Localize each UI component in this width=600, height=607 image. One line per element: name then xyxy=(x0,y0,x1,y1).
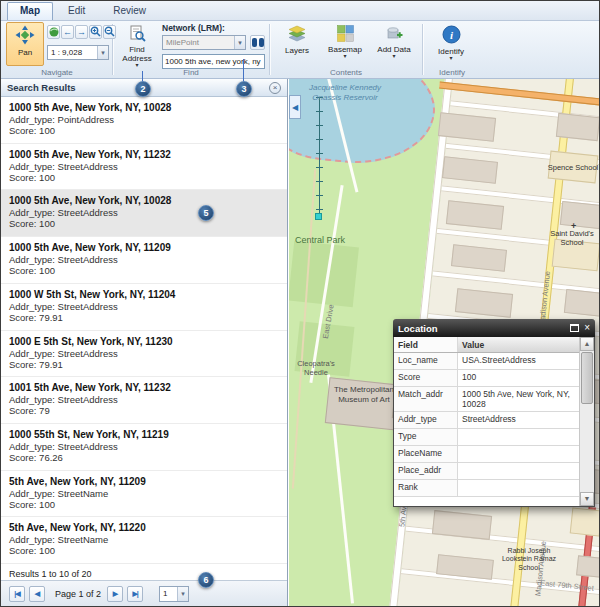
result-address: 1000 E 5th St, New York, NY, 11230 xyxy=(9,336,279,348)
network-lrm-label: Network (LRM): xyxy=(162,23,225,33)
result-address: 1000 55th St, New York, NY, 11219 xyxy=(9,429,279,441)
map-building xyxy=(560,201,600,229)
binoculars-search-button[interactable] xyxy=(250,35,265,50)
scale-combobox[interactable]: 1 : 9,028 ▾ xyxy=(47,45,109,60)
map-building xyxy=(455,288,513,318)
result-addr-type: Addr_type: StreetAddress xyxy=(9,254,279,265)
map-canvas[interactable]: Jacqueline Kennedy Onassis Reservoir Cen… xyxy=(289,79,600,606)
search-result-item[interactable]: 1000 55th St, New York, NY, 11219Addr_ty… xyxy=(1,424,287,471)
close-icon: × xyxy=(273,83,278,92)
scrollbar-thumb[interactable] xyxy=(581,352,593,404)
address-search-input[interactable] xyxy=(162,54,265,69)
group-label-identify: Identify xyxy=(424,68,480,77)
binoculars-icon xyxy=(252,38,264,47)
search-result-item[interactable]: 1001 5th Ave, New York, NY, 11232Addr_ty… xyxy=(1,377,287,424)
search-results-list: 1000 5th Ave, New York, NY, 10028Addr_ty… xyxy=(1,97,287,564)
caret-down-icon: ▾ xyxy=(234,36,245,49)
result-address: 1000 5th Ave, New York, NY, 10028 xyxy=(9,102,279,114)
group-identify: i Identify ▾ Identify xyxy=(424,21,480,78)
location-value: 1000 5th Ave, New York, NY, 10028 xyxy=(458,387,579,411)
search-result-item[interactable]: 5th Ave, New York, NY, 11220Addr_type: S… xyxy=(1,517,287,564)
value-column-header: Value xyxy=(458,337,579,352)
location-value: StreetAddress xyxy=(458,412,579,428)
scale-value: 1 : 9,028 xyxy=(51,48,97,57)
previous-page-button[interactable]: ◀ xyxy=(29,586,45,602)
location-field: Place_addr xyxy=(394,463,458,479)
popup-scrollbar[interactable]: ▲ ▼ xyxy=(579,337,594,506)
full-extent-icon xyxy=(49,23,59,41)
search-result-item[interactable]: 5th Ave, New York, NY, 11209Addr_type: S… xyxy=(1,471,287,518)
search-result-item[interactable]: 1000 5th Ave, New York, NY, 10028Addr_ty… xyxy=(1,97,287,144)
maximize-icon[interactable] xyxy=(570,324,579,332)
find-address-icon xyxy=(129,25,146,44)
network-combobox[interactable]: MilePoint ▾ xyxy=(162,35,246,50)
location-row: Addr_typeStreetAddress xyxy=(394,412,579,429)
location-row: Rank xyxy=(394,480,579,497)
group-separator xyxy=(269,24,270,75)
group-find: Find Address ▾ Network (LRM): MilePoint … xyxy=(114,21,268,78)
result-address: 1000 5th Ave, New York, NY, 10028 xyxy=(9,195,279,207)
find-address-button[interactable]: Find Address ▾ xyxy=(116,22,158,70)
result-addr-type: Addr_type: PointAddress xyxy=(9,114,279,125)
basemap-button[interactable]: Basemap ▾ xyxy=(323,22,367,70)
result-addr-type: Addr_type: StreetAddress xyxy=(9,441,279,452)
location-table-header: Field Value xyxy=(394,337,579,353)
location-popup-title: Location xyxy=(398,323,570,334)
map-building xyxy=(564,289,600,317)
zoom-in-button[interactable] xyxy=(89,25,102,39)
scroll-down-icon[interactable]: ▼ xyxy=(580,492,594,506)
callout-2: 2 xyxy=(135,81,151,97)
result-addr-type: Addr_type: StreetAddress xyxy=(9,348,279,359)
add-data-button[interactable]: Add Data ▾ xyxy=(371,22,417,70)
location-table-rows: Loc_nameUSA.StreetAddressScore100Match_a… xyxy=(394,353,579,497)
field-column-header: Field xyxy=(394,337,458,352)
location-popup-titlebar[interactable]: Location × xyxy=(393,319,595,337)
tab-review[interactable]: Review xyxy=(100,2,159,20)
full-extent-button[interactable] xyxy=(47,25,60,39)
tab-map[interactable]: Map xyxy=(7,2,53,20)
scroll-up-icon[interactable]: ▲ xyxy=(580,337,594,351)
map-label-ramaz-school: Rabbi Joseph Lookstein Ramaz School xyxy=(499,547,559,572)
result-score: Score: 100 xyxy=(9,125,279,136)
layers-button[interactable]: Layers xyxy=(275,22,319,68)
result-score: Score: 76.26 xyxy=(9,452,279,463)
location-value xyxy=(458,480,579,496)
result-address: 1001 5th Ave, New York, NY, 11232 xyxy=(9,382,279,394)
location-row: Score100 xyxy=(394,370,579,387)
pan-button[interactable]: Pan xyxy=(6,22,44,66)
close-popup-button[interactable]: × xyxy=(584,323,590,333)
page-size-combobox[interactable]: 1 ▾ xyxy=(159,586,189,602)
callout-5: 5 xyxy=(198,205,214,221)
map-label-central-park: Central Park xyxy=(291,235,349,246)
identify-button[interactable]: i Identify ▾ xyxy=(428,22,474,70)
previous-extent-button[interactable]: ← xyxy=(61,25,74,39)
page-label: Page 1 of 2 xyxy=(55,589,101,599)
map-label-reservoir: Jacqueline Kennedy Onassis Reservoir xyxy=(303,83,387,102)
result-address: 1000 5th Ave, New York, NY, 11209 xyxy=(9,242,279,254)
location-field: Addr_type xyxy=(394,412,458,428)
result-addr-type: Addr_type: StreetAddress xyxy=(9,207,279,218)
next-extent-button[interactable]: → xyxy=(75,25,88,39)
page-size-value: 1 xyxy=(163,589,177,598)
close-search-results-button[interactable]: × xyxy=(269,82,281,94)
result-address: 5th Ave, New York, NY, 11209 xyxy=(9,476,279,488)
result-addr-type: Addr_type: StreetAddress xyxy=(9,161,279,172)
collapse-panel-button[interactable]: ◀ xyxy=(289,95,301,119)
zoom-in-icon xyxy=(90,23,101,41)
pan-icon xyxy=(15,25,35,47)
caret-down-icon: ▾ xyxy=(177,587,188,601)
first-page-button[interactable]: |◀ xyxy=(9,586,25,602)
search-result-item[interactable]: 1000 5th Ave, New York, NY, 11232Addr_ty… xyxy=(1,144,287,191)
search-result-item[interactable]: 1000 E 5th St, New York, NY, 11230Addr_t… xyxy=(1,331,287,378)
result-addr-type: Addr_type: StreetName xyxy=(9,534,279,545)
map-label-spence-school: Spence School xyxy=(547,163,599,172)
tab-edit[interactable]: Edit xyxy=(55,2,98,20)
next-page-button[interactable]: ▶ xyxy=(107,586,123,602)
last-page-button[interactable]: ▶| xyxy=(127,586,143,602)
result-addr-type: Addr_type: StreetName xyxy=(9,488,279,499)
search-result-item[interactable]: 1000 5th Ave, New York, NY, 10028Addr_ty… xyxy=(1,190,287,237)
search-result-item[interactable]: 1000 W 5th St, New York, NY, 11204Addr_t… xyxy=(1,284,287,331)
location-popup: Location × Field Value Loc_nameUSA.Stree… xyxy=(393,319,595,507)
search-result-item[interactable]: 1000 5th Ave, New York, NY, 11209Addr_ty… xyxy=(1,237,287,284)
ribbon: Pan ← → 1 : 9,028 ▾ Navigate xyxy=(1,21,599,79)
